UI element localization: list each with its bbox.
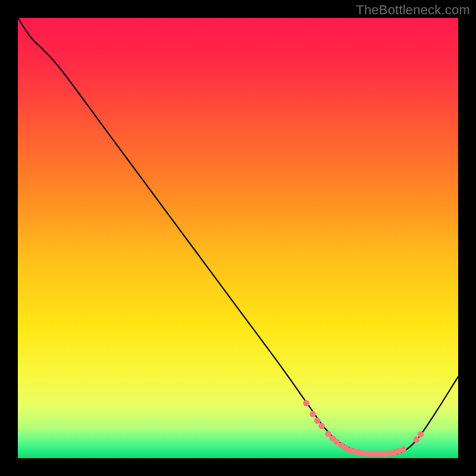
chart-container: TheBottleneck.com	[0, 0, 476, 476]
marker-dot	[413, 437, 419, 443]
marker-dot	[400, 446, 406, 453]
plot-area	[18, 18, 458, 458]
watermark-text: TheBottleneck.com	[356, 2, 470, 18]
bottleneck-chart	[0, 0, 476, 476]
marker-dot	[318, 423, 325, 430]
marker-dot	[314, 418, 321, 424]
marker-dot	[310, 411, 317, 418]
marker-dot	[418, 431, 424, 438]
marker-dot	[303, 400, 309, 406]
